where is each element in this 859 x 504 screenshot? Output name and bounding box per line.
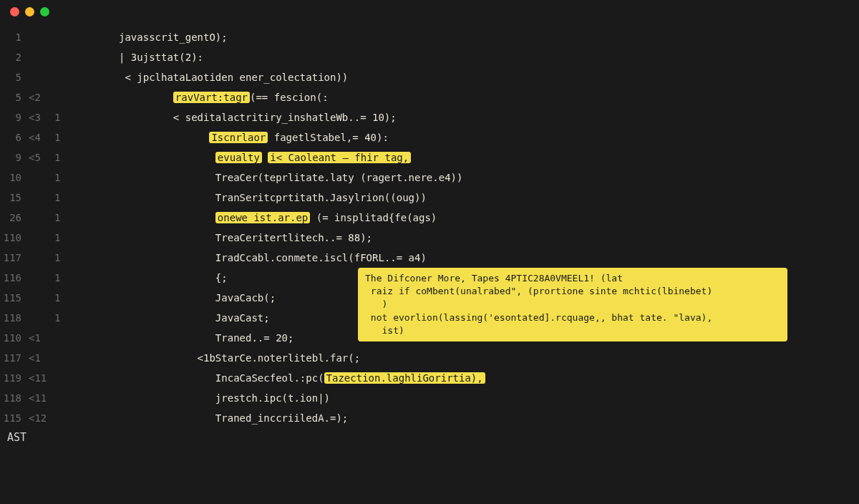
fold-marker: <4 — [29, 127, 54, 147]
line-number: 119 — [0, 368, 29, 388]
code-line[interactable]: 119<11 IncaCaSecfeol.:pc(Tazection.laghl… — [0, 368, 859, 388]
code-line[interactable]: 151 TranSeritcprtitath.Jasylrion((oug)) — [0, 188, 859, 208]
fold-marker: <11 — [29, 368, 54, 388]
titlebar — [0, 0, 859, 23]
minimize-icon[interactable] — [25, 7, 34, 16]
status-label: AST — [0, 431, 859, 444]
line-number: 117 — [0, 348, 29, 368]
highlight: i< Caoleant — fhir tag, — [268, 152, 411, 163]
code-text: evualty i< Caoleant — fhir tag, — [119, 147, 411, 168]
line-number: 6 — [0, 127, 29, 147]
code-text: TranSeritcprtitath.Jasylrion((oug)) — [119, 188, 427, 208]
code-text: TreaCer(teprlitate.laty (ragert.nere.e4)… — [119, 168, 462, 188]
highlight: Iscnrlaor — [209, 132, 268, 143]
code-line[interactable]: 117<1 <1bStarCe.noterlitebl.far(; — [0, 348, 859, 368]
code-line[interactable]: 1101 TreaCeritertlitech..= 88); — [0, 228, 859, 248]
fold-marker: <2 — [29, 87, 54, 107]
code-text: JavaCast; — [119, 308, 270, 328]
code-text: onewe ist.ar.ep (= insplitad{fe(ags) — [119, 208, 437, 228]
indent-guide: 1 — [54, 208, 119, 228]
code-line[interactable]: 115<12 Traned_inccriiledA.=); — [0, 408, 859, 428]
zoom-icon[interactable] — [40, 7, 49, 16]
code-text: Traned..= 20; — [119, 328, 293, 348]
indent-guide: 1 — [54, 168, 119, 188]
indent-guide: 1 — [54, 188, 119, 208]
highlight: onewe ist.ar.ep — [215, 212, 310, 223]
line-number: 118 — [0, 308, 29, 328]
code-text: | 3ujsttat(2): — [119, 47, 203, 67]
code-text: JavaCacb(; — [119, 288, 276, 308]
line-number: 110 — [0, 328, 29, 348]
indent-guide: 1 — [54, 147, 119, 168]
fold-marker: <1 — [29, 328, 54, 348]
line-number: 9 — [0, 147, 29, 168]
line-number: 115 — [0, 408, 29, 428]
indent-guide: 1 — [54, 268, 119, 288]
code-text: TreaCeritertlitech..= 88); — [119, 228, 372, 248]
line-number: 26 — [0, 208, 29, 228]
indent-guide: 1 — [54, 228, 119, 248]
fold-marker: <11 — [29, 388, 54, 408]
indent-guide: 1 — [54, 248, 119, 268]
editor-window: 1javasscrit_gentO);2| 3ujsttat(2):5 < jp… — [0, 0, 859, 504]
line-number: 115 — [0, 288, 29, 308]
code-line[interactable]: 9<51 evualty i< Caoleant — fhir tag, — [0, 147, 859, 168]
line-number: 9 — [0, 107, 29, 127]
code-line[interactable]: 101 TreaCer(teprlitate.laty (ragert.nere… — [0, 168, 859, 188]
line-number: 1 — [0, 27, 29, 47]
code-text: jrestch.ipc(t.ion|) — [119, 388, 330, 408]
code-text: IncaCaSecfeol.:pc(Tazection.laghliGorirt… — [119, 368, 485, 388]
code-line[interactable]: 1171 IradCcabl.conmete.iscl(fFORL..= a4) — [0, 248, 859, 268]
line-number: 10 — [0, 168, 29, 188]
code-text: javasscrit_gentO); — [119, 27, 228, 47]
line-number: 117 — [0, 248, 29, 268]
code-text: <1bStarCe.noterlitebl.far(; — [119, 348, 360, 368]
code-text: ravVart:tagr(== fescion(: — [119, 87, 329, 107]
line-number: 2 — [0, 47, 29, 67]
line-number: 5 — [0, 67, 29, 87]
highlight: ravVart:tagr — [173, 92, 250, 103]
code-line[interactable]: 5 < jpclhataLaotiden ener_colectation)) — [0, 67, 859, 87]
indent-guide: 1 — [54, 308, 119, 328]
code-line[interactable]: 118<11 jrestch.ipc(t.ion|) — [0, 388, 859, 408]
line-number: 110 — [0, 228, 29, 248]
code-text: {; — [119, 268, 228, 288]
fold-marker: <3 — [29, 107, 54, 127]
code-line[interactable]: 9<31 < seditalactritiry_inshatleWb..= 10… — [0, 107, 859, 127]
fold-marker: <5 — [29, 147, 54, 168]
code-line[interactable]: 6<41 Iscnrlaor fagetlStabel,= 40): — [0, 127, 859, 147]
highlight: Tazection.laghliGorirtia), — [324, 372, 485, 384]
code-editor[interactable]: 1javasscrit_gentO);2| 3ujsttat(2):5 < jp… — [0, 23, 859, 428]
line-number: 118 — [0, 388, 29, 408]
code-line[interactable]: 2| 3ujsttat(2): — [0, 47, 859, 67]
code-text: < jpclhataLaotiden ener_colectation)) — [119, 67, 348, 87]
line-number: 15 — [0, 188, 29, 208]
close-icon[interactable] — [10, 7, 19, 16]
line-number: 116 — [0, 268, 29, 288]
code-text: Traned_inccriiledA.=); — [119, 408, 348, 428]
line-number: 5 — [0, 87, 29, 107]
code-line[interactable]: 261 onewe ist.ar.ep (= insplitad{fe(ags) — [0, 208, 859, 228]
fold-marker: <12 — [29, 408, 54, 428]
code-line[interactable]: 1javasscrit_gentO); — [0, 27, 859, 47]
hover-tooltip: The Difconer More, Tapes 4PTIC28A0VMEEL1… — [358, 268, 787, 341]
code-text: IradCcabl.conmete.iscl(fFORL..= a4) — [119, 248, 427, 268]
code-text: Iscnrlaor fagetlStabel,= 40): — [119, 127, 389, 147]
fold-marker: <1 — [29, 348, 54, 368]
code-line[interactable]: 5<2 ravVart:tagr(== fescion(: — [0, 87, 859, 107]
highlight: evualty — [215, 152, 262, 163]
code-line[interactable]: 1161 {;The Difconer More, Tapes 4PTIC28A… — [0, 268, 859, 288]
indent-guide: 1 — [54, 107, 119, 127]
indent-guide: 1 — [54, 127, 119, 147]
code-text: < seditalactritiry_inshatleWb..= 10); — [119, 107, 397, 127]
indent-guide: 1 — [54, 288, 119, 308]
